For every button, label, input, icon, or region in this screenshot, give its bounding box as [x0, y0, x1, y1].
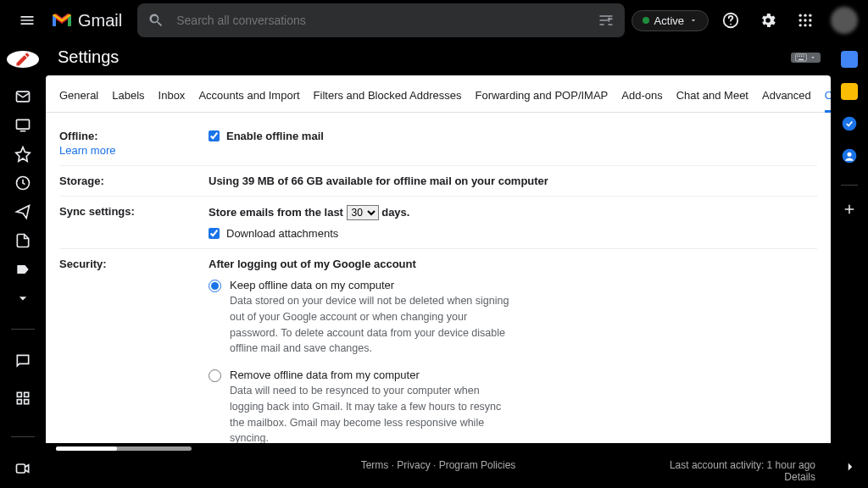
remove-data-radio[interactable]: [209, 369, 221, 382]
svg-rect-23: [803, 55, 804, 56]
svg-rect-11: [17, 119, 30, 129]
svg-rect-20: [797, 55, 798, 56]
program-policies-link[interactable]: Program Policies: [439, 459, 516, 471]
tab-chat[interactable]: Chat and Meet: [676, 84, 748, 112]
tab-addons[interactable]: Add-ons: [621, 84, 662, 112]
account-avatar[interactable]: [831, 7, 858, 34]
file-icon[interactable]: [14, 232, 32, 249]
sync-days-select[interactable]: 30: [347, 205, 379, 220]
storage-text: Using 39 MB of 66 GB available for offli…: [209, 175, 548, 187]
search-input[interactable]: [176, 14, 585, 27]
meet-icon[interactable]: [14, 459, 32, 478]
search-options-icon[interactable]: [598, 12, 615, 29]
tab-labels[interactable]: Labels: [112, 84, 144, 112]
svg-rect-17: [17, 464, 25, 473]
download-attachments-label: Download attachments: [226, 227, 338, 240]
clock-icon[interactable]: [14, 175, 32, 191]
security-section-label: Security:: [59, 258, 209, 443]
compose-button[interactable]: [7, 51, 39, 68]
enable-offline-label: Enable offline mail: [226, 130, 324, 142]
sent-icon[interactable]: [14, 203, 32, 220]
svg-point-1: [799, 14, 802, 17]
privacy-link[interactable]: Privacy: [397, 459, 430, 471]
chevron-down-icon: [689, 16, 698, 25]
expand-down-icon[interactable]: [14, 290, 32, 307]
tasks-addon-icon[interactable]: [841, 115, 858, 132]
status-pill[interactable]: Active: [632, 10, 709, 31]
label-icon[interactable]: [14, 261, 32, 278]
remove-data-desc: Data will need to be resynced to your co…: [230, 383, 509, 443]
svg-rect-15: [17, 400, 21, 404]
tab-general[interactable]: General: [59, 84, 98, 112]
chat-icon[interactable]: [14, 352, 32, 370]
offline-section-label: Offline:: [59, 130, 98, 142]
enable-offline-checkbox[interactable]: [209, 130, 220, 141]
gmail-brand-text: Gmail: [78, 11, 122, 30]
help-button[interactable]: [715, 5, 746, 36]
sync-section-label: Sync settings:: [59, 205, 209, 240]
storage-section-label: Storage:: [59, 175, 209, 187]
main-menu-button[interactable]: [10, 3, 44, 37]
mail-icon[interactable]: [14, 88, 32, 105]
horizontal-scrollbar[interactable]: [56, 446, 192, 451]
security-heading: After logging out of my Google account: [209, 258, 416, 270]
active-dot-icon: [643, 17, 649, 24]
search-icon: [147, 12, 164, 29]
star-icon[interactable]: [14, 146, 32, 163]
tab-accounts[interactable]: Accounts and Import: [198, 84, 299, 112]
svg-point-7: [799, 24, 802, 26]
sync-prefix: Store emails from the last: [209, 206, 343, 219]
svg-rect-13: [17, 392, 21, 396]
tab-offline[interactable]: Offline: [825, 84, 831, 113]
sync-suffix: days.: [381, 206, 409, 219]
apps-button[interactable]: [790, 5, 821, 36]
learn-more-link[interactable]: Learn more: [59, 144, 115, 157]
page-title: Settings: [58, 47, 119, 67]
screen-icon[interactable]: [14, 117, 32, 134]
keep-data-radio[interactable]: [209, 280, 221, 292]
side-panel-toggle[interactable]: [843, 459, 858, 478]
svg-rect-14: [25, 392, 29, 396]
gmail-logo[interactable]: Gmail: [51, 11, 122, 30]
get-addons-button[interactable]: [841, 201, 858, 218]
spaces-icon[interactable]: [14, 389, 32, 408]
search-bar[interactable]: [137, 3, 624, 37]
svg-point-26: [848, 152, 852, 157]
tab-forwarding[interactable]: Forwarding and POP/IMAP: [475, 84, 608, 112]
active-label: Active: [654, 14, 684, 27]
svg-rect-19: [798, 58, 804, 59]
svg-point-9: [809, 24, 811, 26]
svg-point-8: [804, 24, 806, 26]
input-tools-button[interactable]: [791, 53, 821, 63]
svg-point-24: [843, 117, 857, 131]
svg-point-3: [809, 14, 811, 17]
calendar-addon-icon[interactable]: [841, 51, 858, 68]
svg-point-2: [804, 14, 806, 17]
tab-advanced[interactable]: Advanced: [762, 84, 811, 112]
svg-point-6: [809, 19, 811, 21]
svg-rect-21: [799, 55, 800, 56]
svg-rect-16: [25, 400, 29, 404]
contacts-addon-icon[interactable]: [841, 147, 858, 164]
settings-button[interactable]: [753, 5, 783, 36]
details-link[interactable]: Details: [784, 471, 815, 483]
keep-data-label: Keep offline data on my computer: [230, 279, 817, 291]
keep-data-desc: Data stored on your device will not be d…: [230, 293, 509, 357]
svg-point-5: [804, 19, 806, 21]
download-attachments-checkbox[interactable]: [209, 228, 220, 239]
tab-inbox[interactable]: Inbox: [159, 84, 186, 112]
terms-link[interactable]: Terms: [361, 459, 389, 471]
remove-data-label: Remove offline data from my computer: [230, 369, 817, 381]
svg-rect-22: [801, 55, 802, 56]
last-activity-text: Last account activity: 1 hour ago: [670, 459, 815, 471]
tab-filters[interactable]: Filters and Blocked Addresses: [314, 84, 462, 112]
keep-addon-icon[interactable]: [841, 83, 858, 100]
svg-point-4: [799, 19, 802, 21]
